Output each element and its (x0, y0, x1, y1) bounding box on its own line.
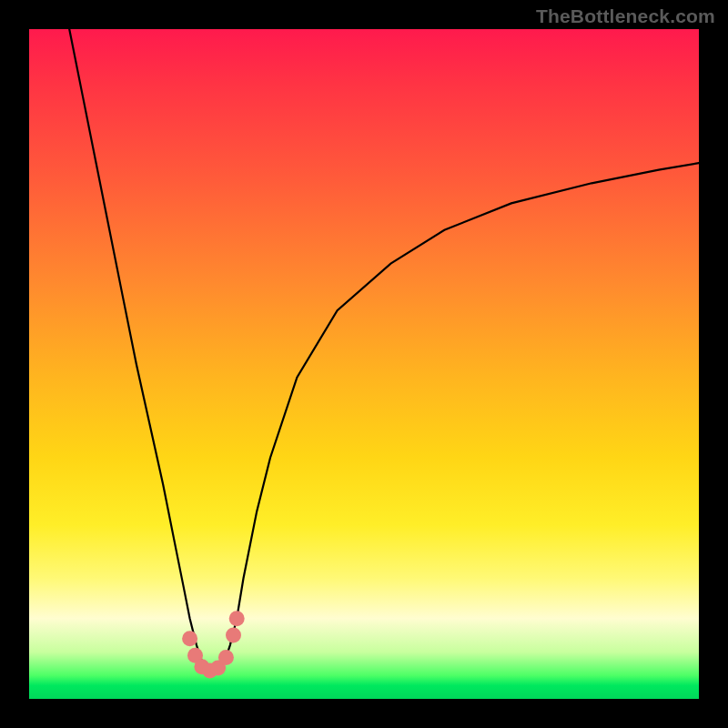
plot-area (29, 29, 699, 699)
curve-svg (29, 29, 699, 699)
chart-frame: TheBottleneck.com (0, 0, 728, 728)
curve-marker (229, 611, 245, 626)
curve-marker (226, 628, 241, 643)
curve-marker (182, 631, 197, 646)
bottleneck-curve (69, 29, 699, 672)
watermark-text: TheBottleneck.com (536, 5, 715, 27)
curve-marker (218, 650, 234, 665)
